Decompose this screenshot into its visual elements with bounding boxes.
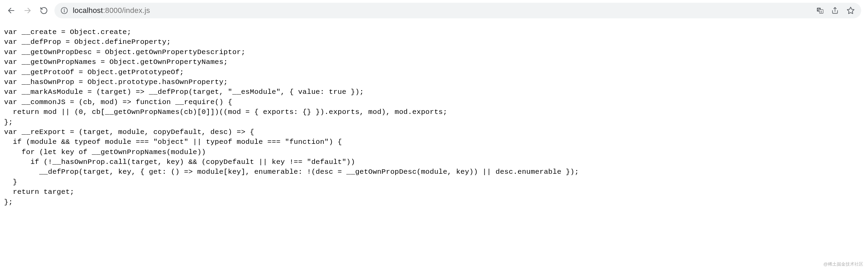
share-icon[interactable] [831, 6, 839, 15]
bookmark-star-icon[interactable] [846, 6, 855, 15]
svg-text:G: G [818, 8, 820, 11]
svg-marker-10 [847, 7, 854, 14]
svg-text:文: 文 [820, 10, 822, 13]
source-code: var __create = Object.create; var __defP… [4, 27, 864, 207]
nav-buttons [7, 6, 48, 15]
site-info-icon[interactable] [61, 7, 68, 14]
url-text: localhost:8000/index.js [73, 6, 150, 15]
address-bar[interactable]: localhost:8000/index.js G 文 [54, 3, 861, 18]
address-bar-actions: G 文 [816, 6, 855, 15]
reload-button[interactable] [39, 6, 48, 15]
back-button[interactable] [7, 6, 16, 15]
svg-point-4 [64, 9, 64, 9]
content-area: var __create = Object.create; var __defP… [0, 21, 868, 213]
url-port-path: :8000/index.js [103, 6, 150, 15]
forward-button[interactable] [23, 6, 32, 15]
translate-icon[interactable]: G 文 [816, 7, 824, 14]
browser-toolbar: localhost:8000/index.js G 文 [0, 0, 868, 21]
url-host: localhost [73, 6, 103, 15]
